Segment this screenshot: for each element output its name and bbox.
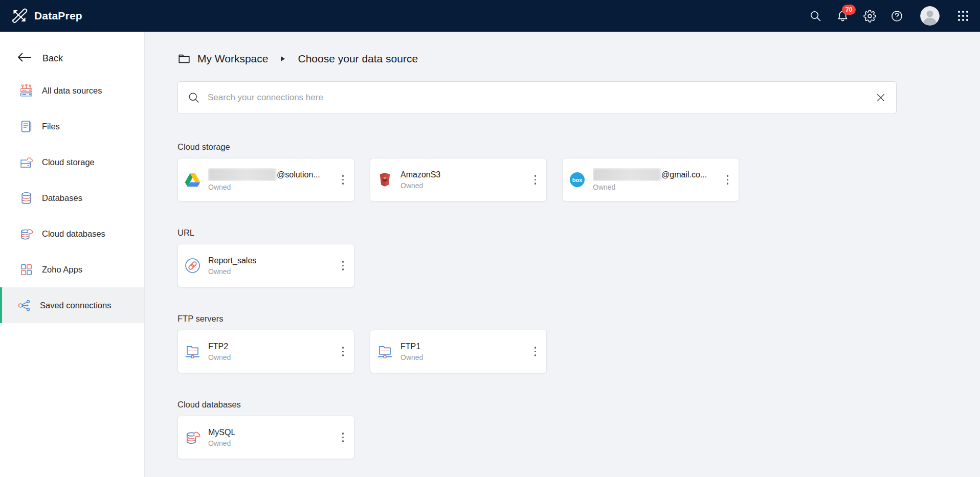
clear-search-icon[interactable] xyxy=(875,92,886,105)
back-label: Back xyxy=(42,53,63,64)
app-title: DataPrep xyxy=(34,10,82,22)
ownership-label: Owned xyxy=(208,267,339,276)
connection-card[interactable]: @solution... Owned xyxy=(177,158,354,201)
notification-count-badge: 70 xyxy=(842,5,856,15)
card-menu-icon[interactable] xyxy=(339,429,347,445)
ownership-label: Owned xyxy=(400,181,531,190)
url-link-icon xyxy=(185,258,201,274)
svg-text:box: box xyxy=(572,177,583,183)
ownership-label: Owned xyxy=(593,183,724,191)
sidebar-item-databases[interactable]: Databases xyxy=(0,180,144,216)
redacted-name xyxy=(208,168,276,181)
data-sources-icon xyxy=(19,84,33,98)
card-menu-icon[interactable] xyxy=(339,344,347,359)
back-arrow-icon xyxy=(17,53,31,64)
top-bar: DataPrep 70 xyxy=(0,0,980,32)
google-drive-icon xyxy=(185,172,201,188)
cloud-databases-icon xyxy=(19,227,33,241)
notifications-bell-icon[interactable]: 70 xyxy=(836,9,849,22)
search-bar xyxy=(177,81,897,114)
cloud-storage-icon xyxy=(19,155,33,169)
section-title: FTP servers xyxy=(177,313,960,324)
redacted-name xyxy=(593,168,661,181)
connection-name: Report_sales xyxy=(208,256,339,265)
connection-name: FTP1 xyxy=(400,342,531,351)
ownership-label: Owned xyxy=(400,353,531,361)
search-input-icon xyxy=(188,92,200,106)
files-icon xyxy=(19,120,33,133)
workspace-folder-icon xyxy=(177,52,191,65)
section-title: Cloud databases xyxy=(177,399,960,410)
user-avatar[interactable] xyxy=(920,6,940,26)
connection-name: @solution... xyxy=(208,168,339,181)
page-title: Choose your data source xyxy=(298,53,418,65)
card-row: MySQL Owned xyxy=(177,416,960,459)
ownership-label: Owned xyxy=(208,439,339,447)
connection-section: Cloud storage @solution... Owned AmazonS… xyxy=(177,141,960,201)
connection-section: FTP servers FTP2 Owned FTP1 Owned xyxy=(177,313,960,373)
settings-gear-icon[interactable] xyxy=(863,9,876,22)
sidebar: Back All data sources Files Cloud storag… xyxy=(0,32,145,477)
card-menu-icon[interactable] xyxy=(531,344,540,359)
app-brand: DataPrep xyxy=(11,8,82,24)
main-content: My Workspace Choose your data source Clo… xyxy=(145,32,980,477)
zoho-apps-icon xyxy=(19,263,33,277)
card-menu-icon[interactable] xyxy=(339,172,347,188)
section-title: Cloud storage xyxy=(177,141,960,152)
sidebar-item-saved-connections[interactable]: Saved connections xyxy=(0,287,144,323)
databases-icon xyxy=(19,191,33,205)
connection-section: URL Report_sales Owned xyxy=(177,227,960,287)
connection-section: Cloud databases MySQL Owned xyxy=(177,399,960,459)
ownership-label: Owned xyxy=(208,353,339,361)
connection-card[interactable]: MySQL Owned xyxy=(177,416,354,459)
sidebar-item-cloud-storage[interactable]: Cloud storage xyxy=(0,144,144,180)
sidebar-item-zoho-apps[interactable]: Zoho Apps xyxy=(0,252,144,287)
box-icon: box xyxy=(569,172,585,188)
ftp-server-icon xyxy=(377,344,393,359)
amazon-s3-icon xyxy=(377,172,393,188)
section-title: URL xyxy=(177,227,960,238)
card-row: @solution... Owned AmazonS3 Owned box @g… xyxy=(177,158,960,201)
sidebar-item-cloud-databases[interactable]: Cloud databases xyxy=(0,216,144,252)
top-actions: 70 xyxy=(809,6,970,26)
connection-card[interactable]: FTP2 Owned xyxy=(177,330,354,373)
breadcrumb: My Workspace Choose your data source xyxy=(177,50,960,67)
breadcrumb-separator-icon xyxy=(281,56,285,61)
connection-card[interactable]: FTP1 Owned xyxy=(370,330,547,373)
search-input[interactable] xyxy=(177,81,897,114)
cloud-database-icon xyxy=(185,429,201,445)
card-row: Report_sales Owned xyxy=(177,244,960,287)
dataprep-logo-icon xyxy=(11,8,28,24)
card-menu-icon[interactable] xyxy=(531,172,540,188)
connection-name: FTP2 xyxy=(208,342,339,351)
card-menu-icon[interactable] xyxy=(724,172,732,188)
card-menu-icon[interactable] xyxy=(339,258,347,274)
connection-card[interactable]: Report_sales Owned xyxy=(177,244,354,287)
help-icon[interactable] xyxy=(890,9,903,22)
connection-card[interactable]: AmazonS3 Owned xyxy=(370,158,547,201)
breadcrumb-workspace[interactable]: My Workspace xyxy=(197,53,268,65)
back-button[interactable]: Back xyxy=(0,47,144,70)
sidebar-item-files[interactable]: Files xyxy=(0,108,144,144)
search-icon[interactable] xyxy=(809,9,822,22)
ftp-server-icon xyxy=(185,344,201,359)
connection-name: @gmail.co... xyxy=(593,168,724,181)
ownership-label: Owned xyxy=(208,183,339,191)
card-row: FTP2 Owned FTP1 Owned xyxy=(177,330,960,373)
sidebar-item-all-data-sources[interactable]: All data sources xyxy=(0,73,144,108)
connection-name: AmazonS3 xyxy=(400,170,531,179)
connection-sections: Cloud storage @solution... Owned AmazonS… xyxy=(177,141,960,459)
connection-card[interactable]: box @gmail.co... Owned xyxy=(562,158,739,201)
sidebar-items: All data sources Files Cloud storage Dat… xyxy=(0,73,144,323)
saved-connections-icon xyxy=(17,299,31,312)
apps-grid-icon[interactable] xyxy=(956,9,970,22)
connection-name: MySQL xyxy=(208,428,339,437)
